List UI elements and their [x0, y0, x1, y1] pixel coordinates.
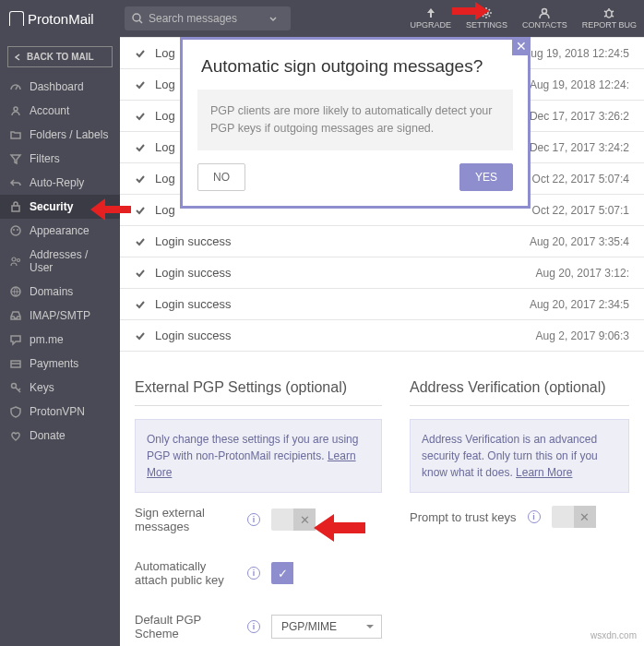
arrow-left-icon — [14, 53, 23, 62]
login-text: Log — [155, 140, 175, 154]
login-text: Login success — [155, 266, 231, 280]
svg-point-8 — [11, 226, 20, 235]
users-icon — [9, 255, 22, 268]
sign-external-toggle[interactable]: ✕ — [271, 508, 316, 531]
chevron-down-icon — [268, 14, 278, 23]
login-date: Oct 22, 2017 5:07:4 — [532, 173, 629, 185]
info-icon[interactable]: i — [247, 567, 260, 580]
modal-no-button[interactable]: NO — [197, 163, 245, 191]
sidebar: BACK TO MAIL DashboardAccountFolders / L… — [0, 37, 120, 646]
sidebar-item-label: Folders / Labels — [30, 128, 108, 141]
learn-more-link[interactable]: Learn More — [516, 466, 572, 479]
globe-icon — [9, 285, 22, 298]
upgrade-icon — [424, 6, 437, 19]
sidebar-item-addresses-user[interactable]: Addresses / User — [0, 243, 120, 280]
login-text: Log — [155, 46, 175, 60]
sidebar-item-filters[interactable]: Filters — [0, 147, 120, 171]
setting-label: Prompt to trust keys — [410, 510, 517, 524]
external-pgp-section: External PGP Settings (optional) Only ch… — [135, 379, 382, 646]
sidebar-item-auto-reply[interactable]: Auto-Reply — [0, 171, 120, 195]
sidebar-item-label: Keys — [30, 381, 54, 394]
check-icon — [135, 48, 146, 59]
info-icon[interactable]: i — [247, 620, 260, 633]
sidebar-item-folders-labels[interactable]: Folders / Labels — [0, 123, 120, 147]
sidebar-item-label: Auto-Reply — [30, 176, 84, 189]
paint-icon — [9, 224, 22, 237]
svg-point-6 — [14, 107, 18, 111]
sidebar-item-keys[interactable]: Keys — [0, 376, 120, 400]
sidebar-item-protonvpn[interactable]: ProtonVPN — [0, 400, 120, 424]
login-date: Aug 20, 2017 3:35:4 — [530, 235, 629, 248]
sidebar-item-label: IMAP/SMTP — [30, 309, 90, 322]
setting-label: Sign external messages — [135, 506, 236, 533]
search-icon — [132, 13, 143, 24]
sidebar-item-imap-smtp[interactable]: IMAP/SMTP — [0, 304, 120, 328]
sidebar-item-domains[interactable]: Domains — [0, 280, 120, 304]
red-arrow-annotation — [314, 514, 365, 542]
modal-yes-button[interactable]: YES — [459, 163, 513, 191]
login-row: Login successAug 20, 2017 3:35:4 — [120, 226, 644, 257]
user-icon — [9, 104, 22, 117]
login-date: Dec 17, 2017 3:26:2 — [530, 110, 629, 123]
login-date: Aug 2, 2017 9:06:3 — [536, 329, 629, 342]
login-date: Aug 20, 2017 3:12: — [536, 267, 629, 280]
pgp-scheme-select[interactable]: PGP/MIME — [271, 615, 382, 639]
verif-info-box: Address Verification is an advanced secu… — [410, 419, 629, 493]
search-input[interactable]: Search messages — [125, 6, 291, 30]
info-icon[interactable]: i — [528, 510, 541, 523]
sidebar-item-account[interactable]: Account — [0, 99, 120, 123]
default-pgp-scheme-row: Default PGP Scheme i PGP/MIME — [135, 600, 382, 646]
topnav-upgrade[interactable]: UPGRADE — [402, 3, 459, 34]
svg-line-5 — [16, 86, 18, 90]
login-date: Aug 19, 2018 12:24:5 — [523, 47, 629, 60]
sidebar-item-donate[interactable]: Donate — [0, 424, 120, 448]
topnav-label: UPGRADE — [410, 20, 451, 30]
logo-text: ProtonMail — [28, 11, 94, 27]
svg-line-1 — [139, 20, 142, 23]
topnav-contacts[interactable]: CONTACTS — [515, 3, 575, 34]
check-icon — [135, 299, 146, 310]
check-icon — [135, 142, 146, 153]
address-verification-section: Address Verification (optional) Address … — [410, 379, 629, 646]
prompt-trust-keys-row: Prompt to trust keys i ✕ — [410, 493, 629, 541]
info-icon[interactable]: i — [247, 513, 260, 526]
sidebar-item-pm-me[interactable]: pm.me — [0, 328, 120, 352]
sidebar-item-label: Payments — [30, 357, 78, 370]
svg-point-16 — [12, 384, 17, 389]
check-icon — [135, 330, 146, 341]
svg-point-4 — [606, 10, 612, 18]
sidebar-item-label: Addresses / User — [30, 248, 111, 274]
svg-point-3 — [543, 9, 547, 14]
sidebar-item-appearance[interactable]: Appearance — [0, 219, 120, 243]
login-row: Login successAug 20, 2017 2:34:5 — [120, 289, 644, 320]
sidebar-item-label: Account — [30, 104, 69, 117]
reply-icon — [9, 176, 22, 189]
section-heading: Address Verification (optional) — [410, 379, 629, 406]
back-to-mail-button[interactable]: BACK TO MAIL — [7, 46, 113, 67]
setting-label: Automatically attach public key — [135, 559, 236, 587]
login-date: Aug 20, 2017 2:34:5 — [530, 298, 629, 311]
login-text: Log — [155, 78, 175, 91]
check-icon — [135, 111, 146, 122]
topnav-label: REPORT BUG — [582, 20, 637, 30]
prompt-trust-toggle[interactable]: ✕ — [552, 506, 596, 528]
svg-point-9 — [13, 229, 15, 231]
sidebar-item-label: Filters — [30, 152, 60, 165]
watermark: wsxdn.com — [590, 630, 637, 640]
attach-public-key-toggle[interactable]: ✓ — [271, 562, 316, 584]
gauge-icon — [9, 80, 22, 93]
heart-icon — [9, 429, 22, 442]
svg-point-12 — [18, 259, 20, 262]
sidebar-item-dashboard[interactable]: Dashboard — [0, 75, 120, 99]
login-text: Login success — [155, 234, 231, 248]
attach-public-key-row: Automatically attach public key i ✓ — [135, 546, 382, 600]
topnav-reportbug[interactable]: REPORT BUG — [575, 3, 644, 34]
bug-icon — [602, 6, 615, 19]
svg-point-10 — [17, 229, 18, 231]
user-icon — [538, 6, 551, 19]
folder-icon — [9, 128, 22, 141]
check-icon — [135, 79, 146, 90]
modal-close-button[interactable]: ✕ — [512, 37, 531, 55]
sidebar-item-payments[interactable]: Payments — [0, 352, 120, 376]
app-logo[interactable]: ProtonMail — [0, 11, 120, 27]
